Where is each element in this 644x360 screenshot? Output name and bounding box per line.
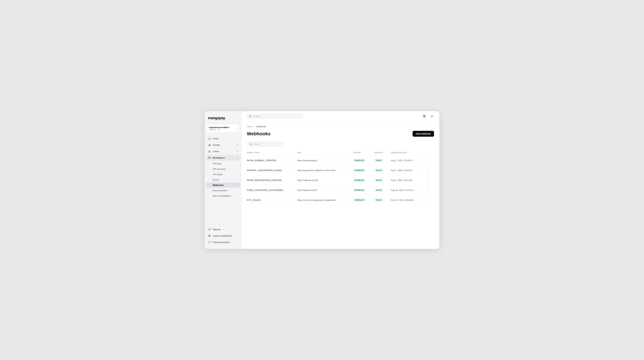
logo: mangopay — [204, 116, 241, 124]
workspace-sub: Sandbox · EU — [209, 129, 229, 131]
page-title: Webhooks — [247, 131, 270, 136]
cell-status-2: ENABLED — [351, 175, 372, 185]
breadcrumb-current: Webhooks — [256, 125, 266, 128]
cell-actions-1[interactable]: ⋮ — [422, 165, 434, 175]
sidebar-item-legacy-dashboard-label: Legacy Dashboard — [213, 235, 232, 237]
cell-validity-2: VALID — [372, 175, 389, 185]
demo-marketplace-external-icon: ↗ — [232, 195, 233, 197]
sidebar-item-developers[interactable]: Developers ▴ — [206, 155, 240, 161]
cell-event-type-2: PAYIN_REPUDIATION_CREATED — [247, 175, 295, 185]
search-placeholder: Search — [253, 115, 260, 117]
cell-status-0: ENABLED — [351, 155, 372, 165]
table-row: INSTANT_CONVERSION_FAILED https://paymen… — [247, 165, 434, 175]
svg-rect-11 — [423, 115, 424, 116]
sidebar-item-reports[interactable]: Reports ↗ — [206, 226, 240, 232]
reports-external-icon: ↗ — [223, 229, 224, 230]
topbar-right — [422, 113, 435, 119]
sidebar-nav: Home Activity ▾ — [204, 135, 241, 224]
cell-actions-3[interactable]: ⋮ — [422, 185, 434, 195]
main-content: 🔍 Search — [242, 111, 440, 249]
col-validity: VALIDITY — [372, 150, 389, 155]
svg-rect-12 — [424, 115, 426, 116]
svg-point-15 — [432, 115, 432, 116]
sidebar-item-activity[interactable]: Activity ▾ — [206, 142, 240, 148]
sidebar-item-events-label: Events — [213, 178, 219, 181]
cell-actions-4[interactable]: ⋮ — [422, 195, 434, 205]
row-action-menu-1[interactable]: ⋮ — [425, 168, 430, 173]
col-url: URL — [295, 150, 351, 155]
cell-status-1: ENABLED — [351, 165, 372, 175]
activity-icon — [208, 143, 211, 146]
page-content: Home > Webhooks Webhooks Add webhook 🔍 S… — [242, 121, 440, 249]
cell-actions-0[interactable]: ⋮ — [422, 155, 434, 165]
row-action-menu-4[interactable]: ⋮ — [425, 198, 430, 203]
sidebar-item-documentation-label: Documentation — [213, 189, 227, 192]
row-action-menu-0[interactable]: ⋮ — [425, 158, 430, 163]
sidebar-item-home[interactable]: Home — [206, 135, 240, 141]
legacy-icon — [208, 234, 211, 237]
svg-rect-8 — [210, 235, 210, 236]
webhooks-table: EVENT TYPE URL STATUS VALIDITY CREATION … — [247, 150, 434, 205]
user-icon[interactable] — [429, 113, 435, 119]
workspace-menu-icon[interactable]: ⋯ — [234, 127, 237, 130]
col-actions — [422, 150, 434, 155]
sidebar-item-developers-label: Developers — [213, 156, 225, 159]
breadcrumb-home[interactable]: Home — [247, 125, 252, 128]
svg-rect-0 — [208, 145, 209, 146]
workspace-selector[interactable]: experiencesandbox Sandbox · EU ⋯ — [206, 124, 239, 132]
cell-url-1: https://payments-callbacks.vinted.net/m.… — [295, 165, 351, 175]
topbar: 🔍 Search — [242, 111, 440, 121]
sidebar-item-demo-marketplace[interactable]: Demo marketplace ↗ — [206, 193, 240, 199]
cell-validity-3: VALID — [372, 185, 389, 195]
sidebar-item-events[interactable]: Events — [206, 177, 240, 182]
sidebar-item-home-label: Home — [213, 137, 219, 140]
global-search-box[interactable]: 🔍 Search — [246, 113, 303, 119]
cell-event-type-1: INSTANT_CONVERSION_FAILED — [247, 165, 295, 175]
sidebar-item-fraud-prevention[interactable]: Fraud prevention — [206, 239, 240, 245]
cell-validity-4: VALID — [372, 195, 389, 205]
svg-marker-4 — [208, 150, 210, 152]
table-row: CARD_VALIDATION_SUCCEEDED http://httpsta… — [247, 185, 434, 195]
cell-event-type-4: KYC_FAILED — [247, 195, 295, 205]
svg-rect-9 — [208, 236, 209, 237]
sidebar-item-api-status[interactable]: API status — [206, 172, 240, 177]
cell-url-4: https://closure.mangopay.com/api/webh... — [295, 195, 351, 205]
breadcrumb-separator: > — [254, 125, 255, 128]
table-search-box[interactable]: 🔍 Search — [247, 141, 284, 147]
fraud-icon — [208, 241, 211, 244]
home-icon — [208, 137, 211, 140]
cell-validity-1: VALID — [372, 165, 389, 175]
workspace-name: experiencesandbox — [209, 126, 229, 129]
table-row: PAYIN_NORMAL_CREATED https://www.google.… — [247, 155, 434, 165]
sidebar-item-cases-label: Cases — [213, 150, 219, 153]
table-row: KYC_FAILED https://closure.mangopay.com/… — [247, 195, 434, 205]
page-header: Webhooks Add webhook — [247, 131, 434, 137]
svg-rect-2 — [210, 144, 210, 146]
cell-date-3: Aug 30, 2024, 15:16:14 — [389, 185, 422, 195]
sidebar-item-webhooks[interactable]: Webhooks — [206, 183, 240, 188]
add-webhook-button[interactable]: Add webhook — [412, 131, 434, 137]
sidebar: mangopay experiencesandbox Sandbox · EU … — [204, 111, 242, 249]
cell-actions-2[interactable]: ⋮ — [422, 175, 434, 185]
legacy-external-icon: ↗ — [234, 235, 235, 237]
breadcrumb: Home > Webhooks — [247, 125, 434, 128]
sidebar-item-reports-label: Reports — [213, 228, 220, 231]
sidebar-item-activity-label: Activity — [213, 144, 220, 146]
cell-status-3: ENABLED — [351, 185, 372, 195]
cell-date-4: Nov 15, 2024, 18:26:30 — [389, 195, 422, 205]
table-row: PAYIN_REPUDIATION_CREATED https://httpst… — [247, 175, 434, 185]
grid-icon[interactable] — [422, 113, 427, 119]
table-search-placeholder: Search — [254, 143, 260, 145]
developers-chevron-icon: ▴ — [237, 157, 238, 159]
activity-chevron-icon: ▾ — [237, 144, 238, 146]
sidebar-item-cases[interactable]: Cases ▾ — [206, 148, 240, 154]
sidebar-item-api-keys[interactable]: API keys — [206, 161, 240, 166]
sidebar-item-legacy-dashboard[interactable]: Legacy Dashboard ↗ — [206, 233, 240, 239]
sidebar-item-api-accounts[interactable]: API accounts — [206, 166, 240, 171]
svg-rect-14 — [424, 116, 426, 117]
row-action-menu-3[interactable]: ⋮ — [425, 188, 430, 193]
row-action-menu-2[interactable]: ⋮ — [425, 178, 430, 183]
table-search-icon: 🔍 — [250, 143, 252, 145]
sidebar-item-api-status-label: API status — [213, 173, 222, 176]
sidebar-item-documentation[interactable]: Documentation ↗ — [206, 188, 240, 193]
